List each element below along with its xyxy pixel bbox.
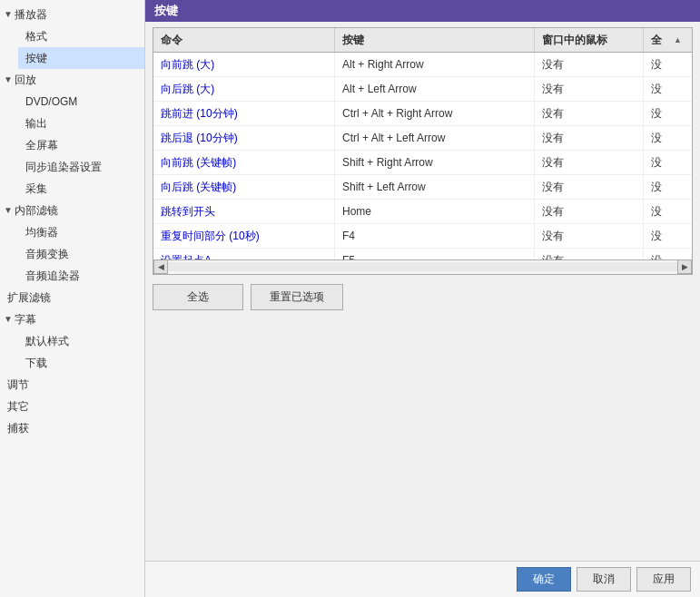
cell-mouse: 没有 [535,102,644,125]
sidebar-group-player: ▼ 播放器 格式 按键 [0,4,144,69]
main-content: 按键 命令 按键 窗口中的鼠标 全 ▲ 向前跳 (大)Alt + Right A… [145,0,700,597]
sidebar-playback-children: DVD/OGM 输出 全屏幕 同步追染器设置 采集 [15,91,144,200]
cell-mouse: 没有 [535,151,644,174]
cell-command: 设置起点A [153,249,335,259]
sidebar-item-filters[interactable]: ▼ 内部滤镜 [0,200,144,221]
triangle-icon-subtitles: ▼ [4,310,15,328]
cell-global: 没 [644,151,689,174]
sidebar-item-screencap[interactable]: 捕获 [0,417,144,439]
table-row[interactable]: 跳转到开头Home没有没 [153,200,692,224]
sidebar-item-adjust[interactable]: 调节 [0,374,144,396]
sidebar-item-equalizer[interactable]: 均衡器 [18,221,144,243]
sidebar-group-playback: ▼ 回放 DVD/OGM 输出 全屏幕 同步追染器设置 采集 [0,69,144,200]
cell-mouse: 没有 [535,53,644,76]
scroll-right-arrow[interactable]: ▶ [677,259,692,274]
sidebar-item-other[interactable]: 其它 [0,396,144,417]
bottom-spacer [145,316,700,562]
cancel-button[interactable]: 取消 [577,567,631,592]
apply-button[interactable]: 应用 [636,567,691,592]
cell-hotkey: Home [335,200,535,223]
sidebar-item-extfilters[interactable]: 扩展滤镜 [0,287,144,308]
sidebar-item-audioconv[interactable]: 音频变换 [18,243,144,265]
sidebar-item-fullscreen[interactable]: 全屏幕 [18,134,144,156]
cell-global: 没 [644,126,689,150]
sidebar-item-playback[interactable]: ▼ 回放 [0,69,144,91]
sidebar-player-children: 格式 按键 [15,25,144,69]
table-row[interactable]: 设置起点AF5没有没 [153,249,692,259]
table-row[interactable]: 向前跳 (大)Alt + Right Arrow没有没 [153,53,692,77]
sidebar-item-format[interactable]: 格式 [18,25,144,47]
cell-command: 向前跳 (关键帧) [153,151,335,174]
cell-global: 没 [644,53,689,76]
table-row[interactable]: 重复时间部分 (10秒)F4没有没 [153,224,692,249]
cell-hotkey: Shift + Right Arrow [335,151,535,174]
table-row[interactable]: 跳后退 (10分钟)Ctrl + Alt + Left Arrow没有没 [153,126,692,151]
cell-hotkey: Ctrl + Alt + Left Arrow [335,126,535,150]
col-command: 命令 [153,28,335,52]
cell-hotkey: Shift + Left Arrow [335,175,535,199]
table-row[interactable]: 向前跳 (关键帧)Shift + Right Arrow没有没 [153,151,692,175]
cell-command: 向后跳 (关键帧) [153,175,335,199]
cell-global: 没 [644,175,689,199]
horizontal-scrollbar[interactable]: ◀ ▶ [153,259,692,274]
hotkeys-table: 命令 按键 窗口中的鼠标 全 ▲ 向前跳 (大)Alt + Right Arro… [153,27,693,275]
cell-mouse: 没有 [535,175,644,199]
select-all-button[interactable]: 全选 [153,284,243,310]
sidebar-item-sync[interactable]: 同步追染器设置 [18,156,144,178]
sidebar-item-dvd[interactable]: DVD/OGM [18,91,144,113]
table-row[interactable]: 向后跳 (关键帧)Shift + Left Arrow没有没 [153,175,692,200]
sidebar-item-defaultstyle[interactable]: 默认样式 [18,330,144,352]
sidebar-item-download[interactable]: 下载 [18,352,144,374]
cell-mouse: 没有 [535,249,644,259]
cell-global: 没 [644,77,689,101]
table-body[interactable]: 向前跳 (大)Alt + Right Arrow没有没向后跳 (大)Alt + … [153,53,692,259]
cell-global: 没 [644,102,689,125]
cell-mouse: 没有 [535,224,644,248]
sidebar-filters-children: 均衡器 音频变换 音频追染器 [15,221,144,287]
sidebar-item-audiorender[interactable]: 音频追染器 [18,265,144,287]
cell-hotkey: Alt + Right Arrow [335,53,535,76]
cell-hotkey: Alt + Left Arrow [335,77,535,101]
cell-hotkey: F5 [335,249,535,259]
cell-mouse: 没有 [535,126,644,150]
scroll-left-arrow[interactable]: ◀ [153,259,168,274]
sort-arrow-icon: ▲ [674,32,682,48]
triangle-icon: ▼ [4,5,15,24]
table-row[interactable]: 向后跳 (大)Alt + Left Arrow没有没 [153,77,692,102]
table-row[interactable]: 跳前进 (10分钟)Ctrl + Alt + Right Arrow没有没 [153,102,692,126]
cell-global: 没 [644,200,689,223]
sidebar: ▼ 播放器 格式 按键 ▼ 回放 DVD/OGM 输出 全屏幕 [0,0,145,597]
cell-command: 跳转到开头 [153,200,335,223]
ok-button[interactable]: 确定 [517,567,571,592]
triangle-icon-filters: ▼ [4,201,15,220]
sidebar-item-output[interactable]: 输出 [18,113,144,134]
dialog-buttons: 确定 取消 应用 [145,561,700,597]
cell-global: 没 [644,249,689,259]
cell-command: 向后跳 (大) [153,77,335,101]
table-header-row: 命令 按键 窗口中的鼠标 全 ▲ [153,28,692,53]
sidebar-item-subtitles[interactable]: ▼ 字幕 [0,308,144,330]
sidebar-group-filters: ▼ 内部滤镜 均衡器 音频变换 音频追染器 [0,200,144,287]
col-global: 全 ▲ [644,28,689,52]
cell-command: 跳前进 (10分钟) [153,102,335,125]
scroll-track[interactable] [168,262,677,271]
col-hotkey: 按键 [335,28,535,52]
cell-command: 向前跳 (大) [153,53,335,76]
sidebar-item-player[interactable]: ▼ 播放器 [0,4,144,25]
cell-command: 跳后退 (10分钟) [153,126,335,150]
cell-global: 没 [644,224,689,248]
cell-hotkey: F4 [335,224,535,248]
col-mouse: 窗口中的鼠标 [535,28,644,52]
cell-command: 重复时间部分 (10秒) [153,224,335,248]
reset-selected-button[interactable]: 重置已选项 [251,284,343,310]
sidebar-subtitles-children: 默认样式 下载 [15,330,144,374]
cell-mouse: 没有 [535,77,644,101]
triangle-icon-playback: ▼ [4,71,15,89]
sidebar-group-subtitles: ▼ 字幕 默认样式 下载 [0,308,144,374]
action-buttons: 全选 重置已选项 [145,279,700,316]
cell-mouse: 没有 [535,200,644,223]
sidebar-item-hotkeys[interactable]: 按键 [18,47,144,69]
panel-header: 按键 [145,0,700,22]
sidebar-item-capture[interactable]: 采集 [18,178,144,200]
panel-title: 按键 [154,3,178,19]
